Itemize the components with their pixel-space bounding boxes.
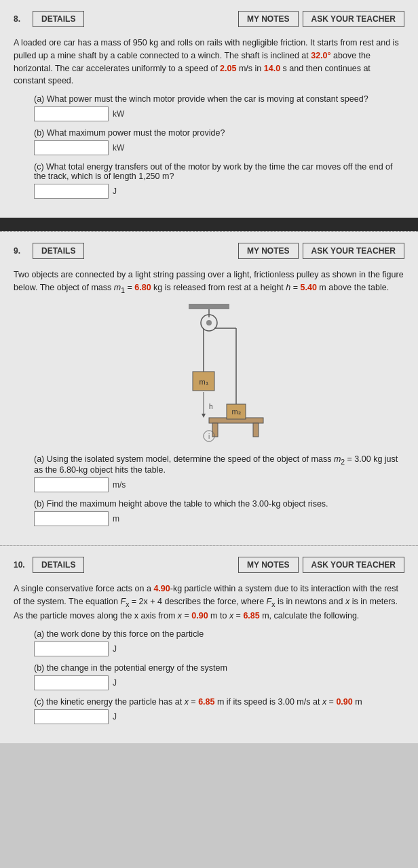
value-x1c-10: 0.90 bbox=[336, 697, 352, 707]
details-button-9[interactable]: DETAILS bbox=[33, 243, 84, 259]
sub-question-10b-label: (b) the change in the potential energy o… bbox=[34, 663, 404, 673]
value-angle-8: 32.0° bbox=[311, 51, 330, 60]
question-9-header: 9. DETAILS MY NOTES ASK YOUR TEACHER bbox=[14, 243, 404, 259]
answer-input-8b[interactable] bbox=[34, 140, 109, 155]
sub-question-8a-input-row: kW bbox=[34, 106, 404, 121]
my-notes-button-9[interactable]: MY NOTES bbox=[238, 243, 298, 259]
pulley-svg: m₁ h m₂ i bbox=[148, 304, 270, 446]
details-button-8[interactable]: DETAILS bbox=[33, 11, 84, 27]
value-speed-8: 2.05 bbox=[220, 64, 236, 73]
answer-input-8a[interactable] bbox=[34, 106, 109, 121]
question-10-text: A single conservative force acts on a 4.… bbox=[14, 583, 404, 623]
answer-input-9b[interactable] bbox=[34, 511, 109, 526]
sub-question-9a-label: (a) Using the isolated system model, det… bbox=[34, 454, 404, 475]
sub-question-10a-input-row: J bbox=[34, 642, 404, 656]
divider-dark bbox=[0, 218, 418, 231]
value-x2c-10: 6.85 bbox=[198, 697, 214, 707]
unit-8c: J bbox=[113, 186, 117, 196]
value-x2-10: 6.85 bbox=[243, 611, 259, 620]
sub-question-8c-input-row: J bbox=[34, 184, 404, 199]
question-10: 10. DETAILS MY NOTES ASK YOUR TEACHER A … bbox=[0, 546, 418, 743]
sub-question-9a-input-row: m/s bbox=[34, 477, 404, 492]
question-9-header-right: MY NOTES ASK YOUR TEACHER bbox=[238, 243, 404, 259]
svg-rect-12 bbox=[212, 423, 218, 437]
answer-input-10a[interactable] bbox=[34, 642, 109, 656]
unit-10b: J bbox=[113, 678, 117, 688]
answer-input-10b[interactable] bbox=[34, 675, 109, 690]
my-notes-button-8[interactable]: MY NOTES bbox=[238, 11, 298, 27]
unit-9a: m/s bbox=[113, 480, 126, 490]
pulley-figure: m₁ h m₂ i bbox=[14, 304, 404, 446]
answer-input-9a[interactable] bbox=[34, 477, 109, 492]
question-9-number: 9. bbox=[14, 246, 26, 256]
question-10-header: 10. DETAILS MY NOTES ASK YOUR TEACHER bbox=[14, 557, 404, 573]
svg-text:m₁: m₁ bbox=[199, 378, 208, 386]
value-m1-9: 6.80 bbox=[134, 283, 151, 292]
unit-8a: kW bbox=[113, 109, 124, 119]
question-8-text: A loaded ore car has a mass of 950 kg an… bbox=[14, 37, 404, 87]
value-mass-10: 4.90 bbox=[153, 584, 170, 593]
unit-9b: m bbox=[113, 514, 119, 524]
ask-teacher-button-9[interactable]: ASK YOUR TEACHER bbox=[303, 243, 404, 259]
question-9: 9. DETAILS MY NOTES ASK YOUR TEACHER Two… bbox=[0, 231, 418, 545]
sub-question-10a: (a) the work done by this force on the p… bbox=[34, 629, 404, 656]
sub-question-8a-label: (a) What power must the winch motor prov… bbox=[34, 94, 404, 104]
my-notes-button-10[interactable]: MY NOTES bbox=[238, 557, 298, 573]
svg-rect-0 bbox=[189, 304, 229, 309]
svg-rect-13 bbox=[253, 423, 259, 437]
sub-question-8b: (b) What maximum power must the motor pr… bbox=[34, 128, 404, 155]
sub-question-8b-label: (b) What maximum power must the motor pr… bbox=[34, 128, 404, 138]
question-8-header-right: MY NOTES ASK YOUR TEACHER bbox=[238, 11, 404, 27]
question-10-number: 10. bbox=[14, 560, 26, 570]
sub-question-9b: (b) Find the maximum height above the ta… bbox=[34, 499, 404, 526]
value-x1-10: 0.90 bbox=[191, 611, 208, 620]
sub-question-10c: (c) the kinetic energy the particle has … bbox=[34, 697, 404, 724]
sub-question-8c: (c) What total energy transfers out of t… bbox=[34, 162, 404, 199]
question-8-number: 8. bbox=[14, 14, 26, 24]
sub-question-10c-input-row: J bbox=[34, 709, 404, 724]
unit-10c: J bbox=[113, 712, 117, 722]
sub-question-8b-input-row: kW bbox=[34, 140, 404, 155]
question-9-header-left: 9. DETAILS bbox=[14, 243, 84, 259]
question-10-header-left: 10. DETAILS bbox=[14, 557, 84, 573]
question-8-header: 8. DETAILS MY NOTES ASK YOUR TEACHER bbox=[14, 11, 404, 27]
value-h-9: 5.40 bbox=[301, 283, 317, 292]
svg-point-3 bbox=[206, 320, 212, 326]
unit-8b: kW bbox=[113, 143, 124, 153]
question-9-text: Two objects are connected by a light str… bbox=[14, 269, 404, 296]
sub-question-10a-label: (a) the work done by this force on the p… bbox=[34, 629, 404, 639]
value-time-8: 14.0 bbox=[264, 64, 280, 73]
sub-question-9b-input-row: m bbox=[34, 511, 404, 526]
sub-question-9b-label: (b) Find the maximum height above the ta… bbox=[34, 499, 404, 509]
question-8: 8. DETAILS MY NOTES ASK YOUR TEACHER A l… bbox=[0, 0, 418, 218]
answer-input-10c[interactable] bbox=[34, 709, 109, 724]
svg-text:i: i bbox=[208, 433, 210, 440]
sub-question-10b-input-row: J bbox=[34, 675, 404, 690]
details-button-10[interactable]: DETAILS bbox=[33, 557, 84, 573]
question-8-header-left: 8. DETAILS bbox=[14, 11, 84, 27]
sub-question-9a: (a) Using the isolated system model, det… bbox=[34, 454, 404, 493]
svg-text:m₂: m₂ bbox=[231, 408, 240, 416]
ask-teacher-button-8[interactable]: ASK YOUR TEACHER bbox=[303, 11, 404, 27]
sub-question-10c-label: (c) the kinetic energy the particle has … bbox=[34, 697, 404, 707]
sub-question-10b: (b) the change in the potential energy o… bbox=[34, 663, 404, 690]
sub-question-8a: (a) What power must the winch motor prov… bbox=[34, 94, 404, 121]
answer-input-8c[interactable] bbox=[34, 184, 109, 199]
svg-text:h: h bbox=[209, 403, 213, 410]
sub-question-8c-label: (c) What total energy transfers out of t… bbox=[34, 162, 404, 181]
unit-10a: J bbox=[113, 644, 117, 654]
ask-teacher-button-10[interactable]: ASK YOUR TEACHER bbox=[303, 557, 404, 573]
question-10-header-right: MY NOTES ASK YOUR TEACHER bbox=[238, 557, 404, 573]
